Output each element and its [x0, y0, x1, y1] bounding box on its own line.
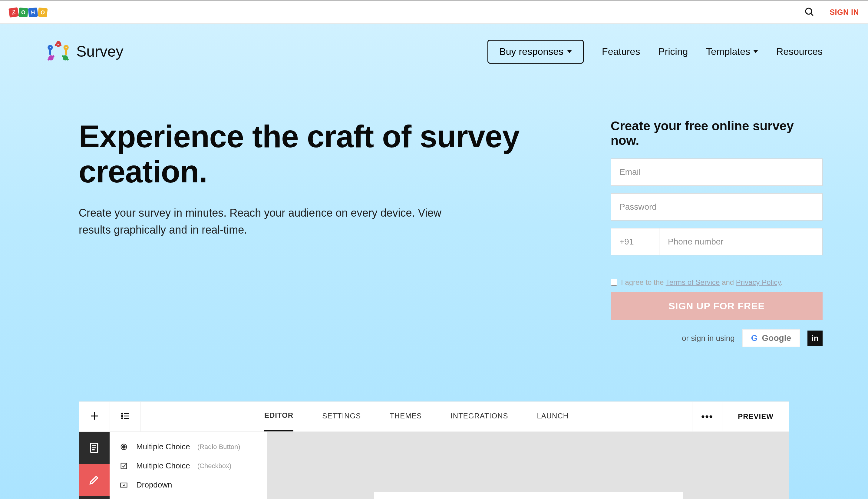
- agree-row: I agree to the Terms of Service and Priv…: [611, 278, 822, 287]
- radio-icon: [119, 443, 129, 451]
- caret-down-icon: [567, 50, 572, 53]
- tab-integrations[interactable]: INTEGRATIONS: [451, 402, 508, 431]
- phone-row: [611, 228, 822, 263]
- svg-point-19: [122, 446, 125, 448]
- zoho-logo[interactable]: Z O H O: [9, 8, 47, 17]
- svg-rect-20: [121, 463, 127, 469]
- alt-signin-label: or sign in using: [682, 333, 735, 343]
- nav-resources[interactable]: Resources: [776, 46, 822, 57]
- signup-button[interactable]: SIGN UP FOR FREE: [611, 292, 822, 320]
- google-signin-button[interactable]: G Google: [742, 329, 800, 347]
- q-multiple-choice-radio[interactable]: Multiple Choice (Radio Button): [110, 437, 267, 456]
- hero-subtitle: Create your survey in minutes. Reach you…: [79, 205, 472, 239]
- svg-point-2: [64, 46, 68, 49]
- svg-point-12: [122, 418, 123, 419]
- zoho-logo-o1: O: [18, 7, 28, 17]
- alt-signin-row: or sign in using G Google in: [611, 329, 822, 347]
- search-icon[interactable]: [804, 7, 814, 18]
- left-rail: [79, 432, 110, 499]
- hero-header: Survey Buy responses Features Pricing Te…: [0, 24, 868, 64]
- nav-templates[interactable]: Templates: [706, 46, 758, 57]
- nav-pricing[interactable]: Pricing: [658, 46, 688, 57]
- svg-point-5: [49, 46, 52, 49]
- survey-canvas[interactable]: [267, 432, 789, 499]
- svg-rect-21: [121, 483, 127, 487]
- editor-preview: EDITOR SETTINGS THEMES INTEGRATIONS LAUN…: [79, 401, 789, 499]
- tab-launch[interactable]: LAUNCH: [537, 402, 569, 431]
- nav-templates-label: Templates: [706, 46, 750, 57]
- q-dropdown[interactable]: Dropdown: [110, 475, 267, 495]
- google-g-icon: G: [751, 333, 758, 343]
- more-button[interactable]: •••: [692, 402, 722, 431]
- hero-title: Experience the craft of survey creation.: [79, 119, 574, 190]
- buy-responses-button[interactable]: Buy responses: [488, 40, 584, 64]
- buy-responses-label: Buy responses: [499, 46, 563, 57]
- phone-field[interactable]: [659, 228, 822, 255]
- rail-reports-button[interactable]: [79, 496, 110, 499]
- editor-tabs: EDITOR SETTINGS THEMES INTEGRATIONS LAUN…: [141, 402, 692, 431]
- svg-point-8: [122, 413, 123, 414]
- q-image-type[interactable]: Image Type: [110, 495, 267, 499]
- zoho-logo-o2: O: [38, 7, 48, 17]
- svg-point-10: [122, 415, 123, 417]
- list-icon: [121, 411, 130, 422]
- hero-left: Experience the craft of survey creation.…: [79, 119, 574, 239]
- page-icon: [88, 442, 100, 454]
- survey-logo-icon: [46, 39, 71, 64]
- checkbox-icon: [119, 462, 129, 470]
- tab-themes[interactable]: THEMES: [390, 402, 422, 431]
- caret-down-icon: [753, 50, 758, 53]
- country-code-field[interactable]: [611, 228, 659, 255]
- preview-button[interactable]: PREVIEW: [722, 412, 789, 421]
- zoho-topbar: Z O H O SIGN IN: [0, 0, 868, 24]
- hero-body: Experience the craft of survey creation.…: [0, 64, 868, 401]
- rail-edit-button[interactable]: [79, 464, 110, 496]
- svg-point-0: [806, 8, 812, 14]
- nav-right: Buy responses Features Pricing Templates…: [488, 40, 822, 64]
- google-label: Google: [762, 333, 791, 343]
- privacy-link[interactable]: Privacy Policy: [736, 278, 781, 286]
- rail-pages-button[interactable]: [79, 432, 110, 464]
- survey-card: [374, 492, 683, 499]
- tos-link[interactable]: Terms of Service: [666, 278, 720, 286]
- add-question-button[interactable]: [79, 402, 110, 431]
- plus-icon: [89, 411, 100, 423]
- q-multiple-choice-checkbox[interactable]: Multiple Choice (Checkbox): [110, 456, 267, 475]
- dropdown-icon: [119, 481, 129, 489]
- sign-in-link[interactable]: SIGN IN: [830, 8, 859, 17]
- linkedin-signin-button[interactable]: in: [807, 330, 822, 346]
- question-type-panel: Multiple Choice (Radio Button) Multiple …: [110, 432, 267, 499]
- zoho-logo-h: H: [28, 7, 38, 17]
- signup-form: Create your free online survey now. I ag…: [611, 119, 822, 347]
- editor-toolbar: EDITOR SETTINGS THEMES INTEGRATIONS LAUN…: [79, 401, 789, 432]
- agree-text: I agree to the Terms of Service and Priv…: [621, 278, 783, 287]
- survey-brand-text: Survey: [76, 43, 124, 60]
- email-field[interactable]: [611, 158, 822, 186]
- editor-body: Multiple Choice (Radio Button) Multiple …: [79, 432, 789, 499]
- zoho-logo-z: Z: [9, 7, 19, 17]
- topbar-right: SIGN IN: [804, 7, 859, 18]
- survey-brand[interactable]: Survey: [46, 39, 124, 64]
- password-field[interactable]: [611, 193, 822, 221]
- nav-features[interactable]: Features: [602, 46, 640, 57]
- tab-settings[interactable]: SETTINGS: [322, 402, 361, 431]
- agree-checkbox[interactable]: [611, 279, 617, 286]
- question-list-button[interactable]: [110, 402, 141, 431]
- signup-title: Create your free online survey now.: [611, 119, 822, 148]
- tab-editor[interactable]: EDITOR: [264, 402, 293, 431]
- pencil-icon: [88, 474, 100, 486]
- hero-section: Survey Buy responses Features Pricing Te…: [0, 24, 868, 499]
- svg-line-1: [811, 13, 813, 15]
